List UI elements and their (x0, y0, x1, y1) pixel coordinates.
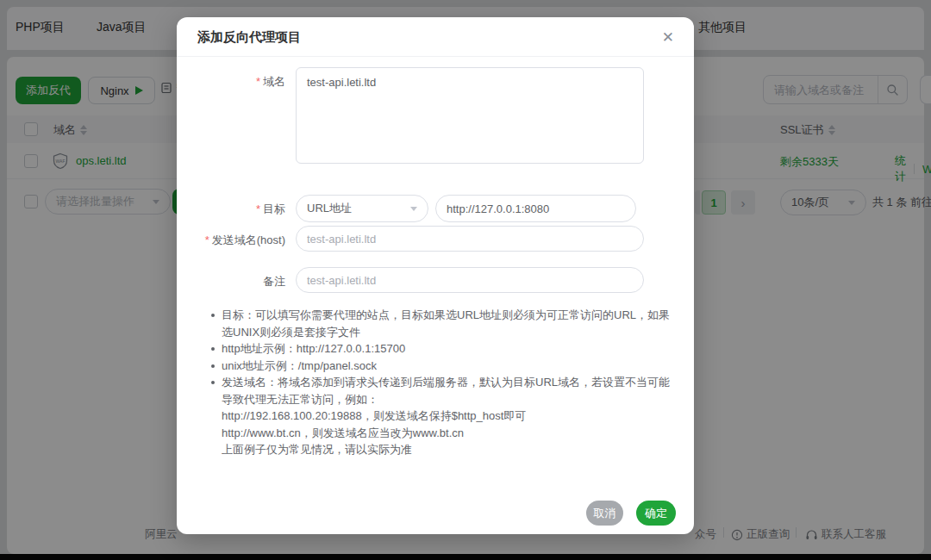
add-reverse-proxy-modal: 添加反向代理项目 ✕ *域名 test-api.leti.ltd *目标 URL… (177, 17, 694, 534)
remark-label-text: 备注 (263, 275, 285, 288)
domain-label-text: 域名 (263, 75, 285, 88)
modal-title: 添加反向代理项目 (197, 29, 301, 46)
host-field-label: *发送域名(host) (177, 233, 285, 248)
target-type-value: URL地址 (307, 201, 352, 216)
chevron-down-icon (410, 207, 417, 211)
help-item: http://www.bt.cn，则发送域名应当改为www.bt.cn (211, 425, 678, 442)
required-mark: * (256, 202, 260, 215)
help-item: http://192.168.100.20:19888，则发送域名保持$http… (211, 408, 678, 425)
modal-header: 添加反向代理项目 ✕ (177, 17, 694, 57)
domain-field-label: *域名 (177, 74, 285, 90)
target-type-select[interactable]: URL地址 (296, 195, 428, 222)
host-label-text: 发送域名(host) (212, 233, 285, 246)
help-item: http地址示例：http://127.0.0.1:15700 (211, 340, 678, 358)
close-icon[interactable]: ✕ (659, 28, 677, 47)
confirm-button[interactable]: 确定 (636, 501, 676, 526)
help-item: 目标：可以填写你需要代理的站点，目标如果选URL地址则必须为可正常访问的URL，… (211, 307, 678, 340)
screen: PHP项目 Java项目 其他项目 添加反代 Nginx 需 (0, 0, 931, 560)
required-mark: * (256, 75, 260, 88)
remark-field-label: 备注 (177, 274, 285, 289)
required-mark: * (205, 233, 209, 246)
target-url-input[interactable] (435, 195, 636, 222)
target-label-text: 目标 (263, 202, 285, 215)
target-field-label: *目标 (177, 202, 285, 217)
help-item: unix地址示例：/tmp/panel.sock (211, 358, 678, 375)
help-item: 发送域名：将域名添加到请求头传递到后端服务器，默认为目标URL域名，若设置不当可… (211, 374, 678, 408)
help-item: 上面例子仅为常见情况，请以实际为准 (211, 441, 678, 458)
help-text-list: 目标：可以填写你需要代理的站点，目标如果选URL地址则必须为可正常访问的URL，… (211, 307, 678, 458)
domain-textarea[interactable]: test-api.leti.ltd (296, 67, 644, 164)
remark-input[interactable] (296, 267, 644, 293)
cancel-button[interactable]: 取消 (586, 501, 623, 526)
send-host-input[interactable] (296, 226, 644, 252)
